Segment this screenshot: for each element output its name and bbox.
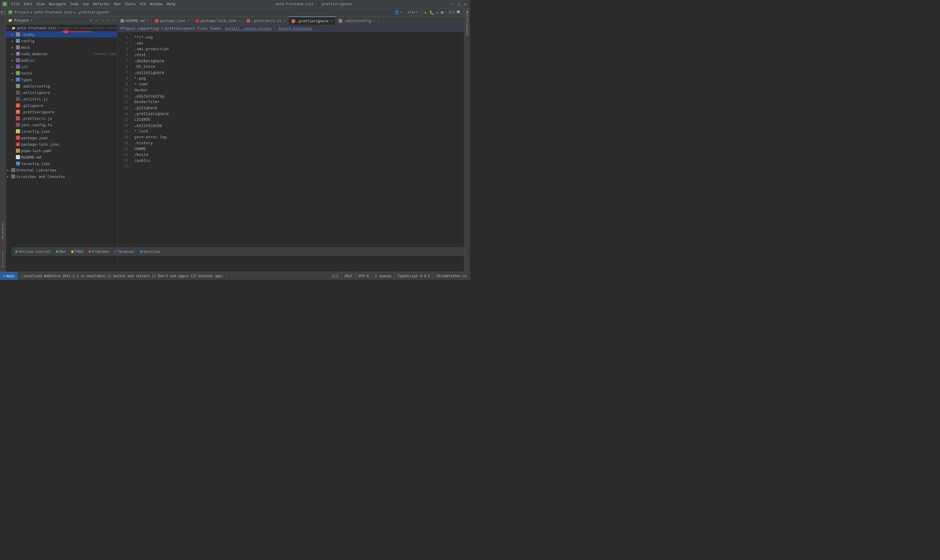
menu-view[interactable]: View [35,2,47,7]
menu-window[interactable]: Window [148,2,164,7]
code-editor[interactable]: **/*.svg .umi .umi-production /dist .doc… [131,32,462,264]
menu-tools[interactable]: Tools [123,2,137,7]
tree-item-pnpmlock[interactable]: ▶ pnpm-lock.yaml [6,148,117,154]
tab-editorconfig[interactable]: .editorconfig ✕ [336,17,378,25]
mock-arrow: ▶ [12,46,16,49]
debug-button[interactable]: 🐛 [429,10,434,15]
tree-item-eslintrc[interactable]: ▶ .eslintrc.js [6,96,117,102]
close-button[interactable]: ✕ [463,2,468,6]
tree-item-scratches[interactable]: ▶ Scratches and Consoles [6,173,117,180]
notifications-label[interactable]: Notifications [464,9,470,37]
status-filetype[interactable]: TypeScript 4.9.5 [394,272,433,280]
menu-navigate[interactable]: Navigate [47,2,68,7]
menu-run[interactable]: Run [113,2,123,7]
expand-sidebar-icon[interactable]: ⤢ [94,18,99,23]
status-plugin[interactable]: 76codefather.cn [433,272,470,280]
tab-packagejson[interactable]: package.json ✕ [152,17,193,25]
tree-item-packagejson[interactable]: ▶ J package.json [6,134,117,141]
menu-code[interactable]: Code [68,2,80,7]
status-vcs-item[interactable]: ⑂ main [0,272,18,280]
tab-readme-close[interactable]: ✕ [147,19,149,23]
tree-item-public[interactable]: ▶ public [6,57,117,63]
structure-label[interactable]: Structure [0,249,5,269]
ignore-extension-link[interactable]: Ignore extension [278,26,312,31]
maximize-button[interactable]: □ [457,2,461,6]
tree-item-jest[interactable]: ▶ jest.config.ts [6,122,117,128]
right-notifications-strip: Notifications [464,8,470,272]
eslintrc-label: .eslintrc.js [21,97,116,101]
settings-sidebar-icon[interactable]: ⚙ [89,18,93,23]
tab-prettierrc-close[interactable]: ✕ [284,19,286,23]
tree-item-node-modules[interactable]: ▶ N node_modules library root [6,51,117,57]
translate-icon[interactable]: 文A [448,10,454,15]
breadcrumb-file[interactable]: .prettierignore [77,10,108,14]
tree-item-src[interactable]: ▶ src [6,63,117,70]
todo-dot [71,251,74,253]
run-config[interactable]: start ▾ [405,10,423,15]
problems-tool[interactable]: Problems [86,248,111,255]
npm-label[interactable]: npm [0,241,5,249]
collapse-sidebar-icon[interactable]: ⤡ [100,18,105,23]
tree-item-jsconfig[interactable]: ▶ jsconfig.json [6,128,117,134]
status-warning-item[interactable]: ⚠ Localized WebStorm 2022.2.1 is availab… [18,272,226,280]
tree-item-external[interactable]: ▶ External Libraries [6,167,117,173]
bookmarks-label[interactable]: Bookmarks [0,220,5,240]
tree-item-tests[interactable]: ▶ T tests [6,70,117,76]
tree-item-packagelock[interactable]: ▶ 🔒 package-lock.json [6,141,117,148]
tab-editorconfig-close[interactable]: ✕ [373,19,375,23]
menu-refactor[interactable]: Refactor [91,2,112,7]
tree-item-types[interactable]: ▶ T types [6,76,117,83]
status-encoding[interactable]: UTF-8 [356,272,372,280]
tab-prettierignore[interactable]: .prettierignore ✕ [289,17,336,25]
reload-button[interactable]: ↺ [436,10,438,15]
tab-readme[interactable]: README.md ✕ [117,17,152,25]
install-plugin-link[interactable]: Install .ignore plugin [225,26,272,31]
menu-help[interactable]: Help [165,2,177,7]
tree-item-readme[interactable]: ▶ README.md [6,154,117,160]
status-line-ending[interactable]: CRLF [341,272,356,280]
tab-editorconfig-label: .editorconfig [344,19,371,23]
project-icon[interactable] [0,9,6,17]
tree-item-tsconfig[interactable]: ▶ TS tsconfig.json [6,160,117,167]
tree-item-prettierignore[interactable]: ▶ P .prettierignore [6,109,117,115]
tree-item-config[interactable]: ▶ C config [6,38,117,44]
prettierrc-icon [16,116,20,120]
tree-item-gitignore[interactable]: ▶ G .gitignore [6,102,117,109]
breadcrumb-root[interactable]: antd-frontend-init [34,10,72,14]
tab-packagelock[interactable]: package-lock.json ✕ [193,17,244,25]
tab-packagelock-close[interactable]: ✕ [239,19,241,23]
hide-sidebar-icon[interactable]: ─ [111,18,115,23]
tree-item-eslintignore[interactable]: ▶ .eslintignore [6,89,117,96]
status-indent[interactable]: 2 spaces [372,272,394,280]
tree-item-husky[interactable]: ▶ .husky [6,31,117,38]
run-tool[interactable]: Run [54,248,68,255]
menu-vue[interactable]: Vue [81,2,91,7]
minimize-button[interactable]: ─ [450,2,455,6]
play-button[interactable]: ▶ [425,10,427,15]
breadcrumb-project[interactable]: Project [14,10,29,14]
tab-packagejson-close[interactable]: ✕ [187,19,189,23]
tree-item-mock[interactable]: ▶ mock [6,44,117,51]
status-position[interactable]: 1:1 [329,272,341,280]
version-control-tool[interactable]: Version Control [13,248,53,255]
project-dropdown-arrow[interactable]: ▾ [31,18,33,22]
src-arrow: ▶ [12,65,16,68]
tree-root[interactable]: ▾ 📁 antd-frontend-init D:\webstrom_works… [6,25,117,31]
window-title: antd-frontend-init - .prettierignore [275,2,352,6]
menu-vcs[interactable]: VCS [138,2,148,7]
problems-tool-label: Problems [92,249,109,254]
menu-file[interactable]: File [9,2,22,7]
todo-tool[interactable]: TODO [69,248,85,255]
terminal-tool[interactable]: Terminal [112,248,137,255]
more-sidebar-icon[interactable]: ⋯ [106,18,110,23]
search-icon[interactable]: 🔍 [457,10,462,15]
code-line-1: **/*.svg [134,34,458,40]
tree-item-prettierrc[interactable]: ▶ .prettierrc.js [6,115,117,122]
services-tool[interactable]: Services [138,248,163,255]
tab-prettierrc[interactable]: .prettierrc.js ✕ [244,17,289,25]
stop-button[interactable]: ⏹ [440,10,444,15]
tree-item-editorconfig[interactable]: ▶ .editorconfig [6,83,117,89]
menu-edit[interactable]: Edit [22,2,34,7]
user-icon[interactable]: 👤▾ [394,10,401,14]
tab-prettierignore-close[interactable]: ✕ [331,19,333,23]
